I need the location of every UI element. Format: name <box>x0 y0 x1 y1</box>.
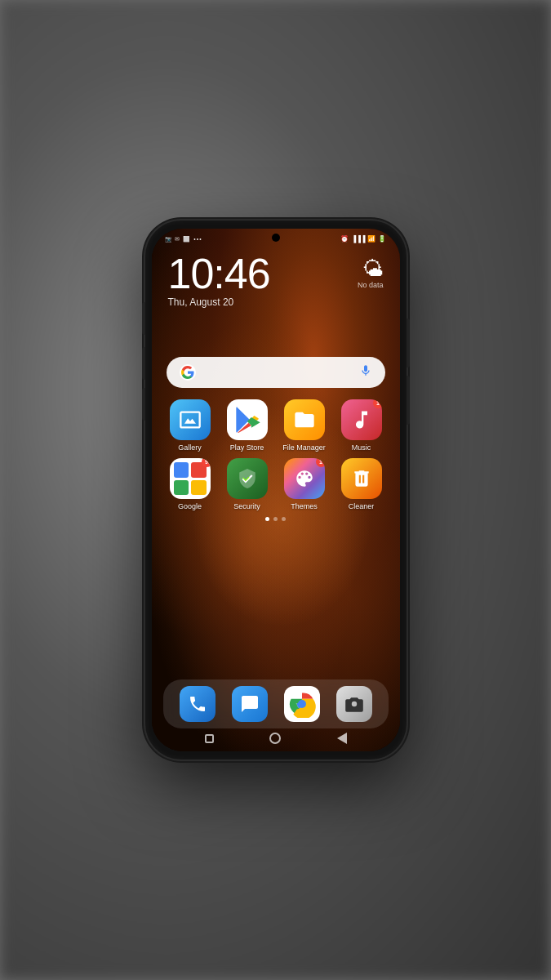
page-dot-2[interactable] <box>273 517 278 521</box>
nav-square-button[interactable] <box>202 732 216 745</box>
weather-icon: 🌤 <box>358 258 384 279</box>
filemanager-icon-wrapper <box>284 399 325 440</box>
svg-point-1 <box>298 700 306 708</box>
cleaner-icon <box>341 458 382 499</box>
filemanager-icon <box>284 399 325 440</box>
phone-icon <box>180 686 216 722</box>
phone-screen: 📷 ✉ ⬜ ••• ⏰ ▐▐▐ 📶 🔋 10:46 Thu, August 20… <box>152 229 400 751</box>
messages-icon <box>232 686 268 722</box>
status-left: 📷 ✉ ⬜ ••• <box>165 236 202 243</box>
app-playstore[interactable]: Play Store <box>220 399 273 452</box>
app-security[interactable]: Security <box>220 458 273 510</box>
nav-home-button[interactable] <box>269 732 282 745</box>
wifi-icon: 📶 <box>367 235 375 243</box>
chrome-icon <box>284 686 320 722</box>
notification-icons: 📷 ✉ ⬜ ••• <box>165 236 202 243</box>
time-display: 10:46 <box>168 252 384 295</box>
phone-device: 📷 ✉ ⬜ ••• ⏰ ▐▐▐ 📶 🔋 10:46 Thu, August 20… <box>145 220 407 760</box>
date-display: Thu, August 20 <box>168 296 384 308</box>
nav-back-button[interactable] <box>335 732 349 745</box>
music-label: Music <box>352 443 371 452</box>
dock <box>163 679 389 728</box>
app-row-1: Gallery Play Sto <box>162 399 390 452</box>
microphone-icon[interactable] <box>359 364 372 381</box>
battery-icon: 🔋 <box>378 235 386 243</box>
security-label: Security <box>233 502 260 510</box>
cleaner-label: Cleaner <box>349 502 375 510</box>
weather-widget: 🌤 No data <box>358 258 384 289</box>
themes-icon-wrapper: 1 <box>284 458 325 499</box>
playstore-icon-wrapper <box>227 399 268 440</box>
weather-text: No data <box>358 281 384 289</box>
dock-camera[interactable] <box>336 686 372 722</box>
security-icon <box>227 458 268 499</box>
search-bar[interactable] <box>167 357 385 388</box>
status-right: ⏰ ▐▐▐ 📶 🔋 <box>340 235 386 243</box>
page-dots <box>152 517 400 521</box>
signal-bars: ▐▐▐ <box>351 235 365 243</box>
gallery-icon <box>170 399 211 440</box>
dock-phone[interactable] <box>180 686 216 722</box>
recents-icon <box>205 734 214 743</box>
home-icon <box>269 733 281 744</box>
app-row-2: 9 Google <box>162 458 390 510</box>
app-filemanager[interactable]: File Manager <box>278 399 331 452</box>
app-cleaner[interactable]: Cleaner <box>335 458 388 510</box>
themes-label: Themes <box>291 502 318 510</box>
app-grid: Gallery Play Sto <box>152 399 400 510</box>
back-icon <box>337 733 347 744</box>
music-icon-wrapper: 1 <box>341 399 382 440</box>
security-icon-wrapper <box>227 458 268 499</box>
gallery-icon-wrapper <box>170 399 211 440</box>
page-dot-1[interactable] <box>265 517 269 521</box>
playstore-label: Play Store <box>230 443 264 452</box>
app-gallery[interactable]: Gallery <box>163 399 216 452</box>
google-label: Google <box>178 502 202 510</box>
app-music[interactable]: 1 Music <box>335 399 388 452</box>
dock-messages[interactable] <box>232 686 268 722</box>
app-google[interactable]: 9 Google <box>163 458 216 510</box>
nav-bar <box>152 732 400 745</box>
google-icon-wrapper: 9 <box>170 458 211 499</box>
page-dot-3[interactable] <box>282 517 286 521</box>
playstore-icon <box>227 399 268 440</box>
camera-icon <box>336 686 372 722</box>
camera-hole <box>272 234 280 242</box>
google-g-icon <box>180 364 196 381</box>
dock-chrome[interactable] <box>284 686 320 722</box>
alarm-icon: ⏰ <box>340 235 349 243</box>
cleaner-icon-wrapper <box>341 458 382 499</box>
filemanager-label: File Manager <box>282 443 326 452</box>
app-themes[interactable]: 1 Themes <box>278 458 331 510</box>
gallery-label: Gallery <box>178 443 202 452</box>
